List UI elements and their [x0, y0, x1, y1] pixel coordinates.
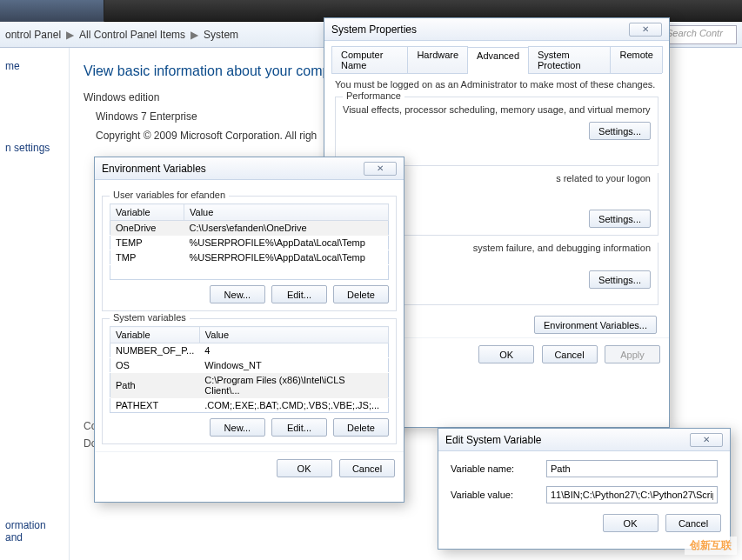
col-variable[interactable]: Variable — [110, 204, 184, 221]
table-row[interactable]: PathC:\Program Files (x86)\Intel\iCLS Cl… — [110, 373, 389, 398]
leftnav-item[interactable]: n settings — [5, 142, 64, 154]
group-legend: System variables — [110, 312, 190, 323]
col-value[interactable]: Value — [199, 327, 388, 343]
edit-button[interactable]: Edit... — [271, 418, 327, 437]
group-legend: Performance — [343, 90, 404, 101]
delete-button[interactable]: Delete — [333, 418, 389, 437]
table-row[interactable]: PATHEXT.COM;.EXE;.BAT;.CMD;.VBS;.VBE;.JS… — [110, 398, 389, 413]
table-row[interactable]: NUMBER_OF_P...4 — [110, 343, 389, 358]
crumb-3: System — [204, 29, 238, 41]
table-row[interactable]: OSWindows_NT — [110, 358, 389, 373]
ok-button[interactable]: OK — [277, 459, 332, 477]
settings-button[interactable]: Settings... — [589, 270, 651, 289]
dialog-title: System Properties — [331, 23, 417, 36]
dialog-environment-variables: Environment Variables ✕ User variables f… — [94, 157, 404, 503]
tab-hardware[interactable]: Hardware — [407, 46, 468, 73]
system-vars-table[interactable]: VariableValue NUMBER_OF_P...4 OSWindows_… — [110, 326, 389, 413]
admin-note: You must be logged on as an Administrato… — [324, 74, 669, 90]
input-var-name[interactable] — [546, 460, 718, 477]
ok-button[interactable]: OK — [603, 514, 658, 532]
edit-button[interactable]: Edit... — [271, 285, 327, 303]
delete-button[interactable]: Delete — [333, 285, 389, 303]
close-icon[interactable]: ✕ — [690, 433, 723, 447]
tab-remote[interactable]: Remote — [610, 46, 663, 73]
left-nav: me n settings ormation and — [0, 48, 70, 560]
col-variable[interactable]: Variable — [110, 327, 200, 343]
dialog-edit-system-variable: Edit System Variable ✕ Variable name: Va… — [438, 428, 731, 550]
cancel-button[interactable]: Cancel — [542, 345, 598, 363]
perf-text: Visual effects, processor scheduling, me… — [343, 104, 651, 115]
crumb-2: All Control Panel Items — [79, 29, 185, 41]
group-legend: User variables for efanden — [110, 190, 229, 200]
ok-button[interactable]: OK — [478, 345, 534, 363]
cancel-button[interactable]: Cancel — [665, 514, 721, 532]
table-row[interactable]: TMP%USERPROFILE%\AppData\Local\Temp — [110, 250, 389, 265]
close-icon[interactable]: ✕ — [629, 23, 662, 37]
label-var-value: Variable value: — [451, 490, 546, 500]
leftnav-item[interactable]: me — [5, 60, 64, 72]
watermark: 创新互联 — [685, 537, 737, 555]
tab-advanced[interactable]: Advanced — [467, 47, 529, 74]
tabs: Computer Name Hardware Advanced System P… — [331, 46, 662, 74]
tab-system-protection[interactable]: System Protection — [528, 46, 611, 73]
settings-button[interactable]: Settings... — [589, 210, 651, 228]
crumb-1: ontrol Panel — [5, 29, 61, 41]
tab-computer-name[interactable]: Computer Name — [331, 46, 408, 73]
dialog-title: Environment Variables — [102, 163, 206, 175]
close-icon[interactable]: ✕ — [364, 162, 397, 176]
breadcrumb[interactable]: ontrol Panel▶ All Control Panel Items▶ S… — [5, 29, 238, 41]
apply-button: Apply — [605, 345, 660, 363]
search-input[interactable]: Search Contr — [660, 25, 737, 44]
leftnav-item[interactable]: ormation and — [5, 519, 64, 543]
col-value[interactable]: Value — [184, 204, 389, 221]
new-button[interactable]: New... — [210, 285, 265, 303]
env-vars-button[interactable]: Environment Variables... — [534, 316, 657, 334]
titlebar[interactable]: System Properties ✕ — [324, 18, 669, 41]
dialog-title: Edit System Variable — [445, 434, 542, 446]
table-row[interactable]: TEMP%USERPROFILE%\AppData\Local\Temp — [110, 236, 389, 250]
titlebar[interactable]: Environment Variables ✕ — [95, 157, 404, 180]
input-var-value[interactable] — [546, 486, 718, 503]
cancel-button[interactable]: Cancel — [339, 459, 395, 477]
settings-button[interactable]: Settings... — [589, 122, 651, 140]
titlebar[interactable]: Edit System Variable ✕ — [438, 429, 730, 451]
table-row[interactable]: OneDriveC:\Users\efanden\OneDrive — [110, 221, 389, 236]
new-button[interactable]: New... — [210, 418, 265, 437]
label-var-name: Variable name: — [451, 463, 546, 474]
user-vars-table[interactable]: VariableValue OneDriveC:\Users\efanden\O… — [110, 203, 389, 280]
taskbar-tab[interactable] — [0, 0, 104, 22]
